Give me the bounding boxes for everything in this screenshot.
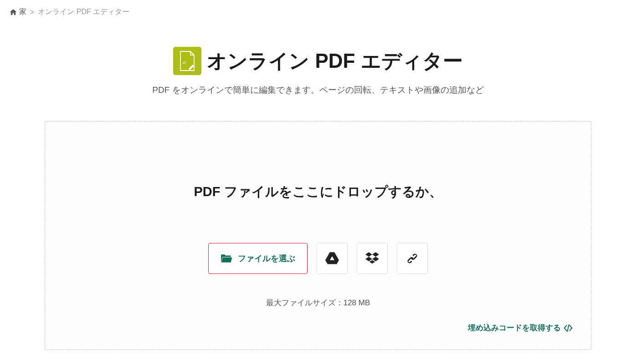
link-icon	[405, 252, 419, 265]
url-button[interactable]	[397, 243, 428, 274]
file-dropzone[interactable]: PDF ファイルをここにドロップするか、 ファイルを選ぶ 最大ファイルサイズ：1…	[45, 121, 591, 350]
home-icon	[9, 8, 17, 16]
breadcrumb-home-link[interactable]: 家	[9, 7, 26, 17]
page-subtitle: PDF をオンラインで簡単に編集できます。ページの回転、テキストや画像の追加など	[0, 84, 636, 96]
breadcrumb-current: オンライン PDF エディター	[38, 7, 129, 17]
max-file-size-label: 最大ファイルサイズ：128 MB	[266, 298, 370, 308]
document-edit-icon: aI	[178, 50, 196, 72]
choose-file-label: ファイルを選ぶ	[238, 253, 295, 264]
embed-label: 埋め込みコードを取得する	[468, 323, 561, 333]
breadcrumb-home-label: 家	[19, 7, 26, 17]
upload-button-row: ファイルを選ぶ	[208, 243, 428, 274]
svg-text:aI: aI	[183, 60, 186, 65]
dropbox-button[interactable]	[357, 243, 388, 274]
breadcrumb: 家 > オンライン PDF エディター	[0, 0, 636, 24]
choose-file-button[interactable]: ファイルを選ぶ	[208, 243, 308, 274]
dropbox-icon	[365, 252, 379, 265]
get-embed-code-link[interactable]: 埋め込みコードを取得する	[468, 323, 573, 333]
folder-open-icon	[221, 253, 232, 263]
page-title: オンライン PDF エディター	[207, 48, 462, 75]
google-drive-button[interactable]	[317, 243, 348, 274]
pdf-editor-logo: aI	[173, 47, 201, 75]
breadcrumb-separator: >	[30, 8, 34, 16]
code-icon	[564, 324, 573, 332]
page-header: aI オンライン PDF エディター PDF をオンラインで簡単に編集できます。…	[0, 47, 636, 96]
dropzone-instruction: PDF ファイルをここにドロップするか、	[194, 183, 442, 201]
header-title-row: aI オンライン PDF エディター	[0, 47, 636, 75]
google-drive-icon	[325, 252, 339, 265]
